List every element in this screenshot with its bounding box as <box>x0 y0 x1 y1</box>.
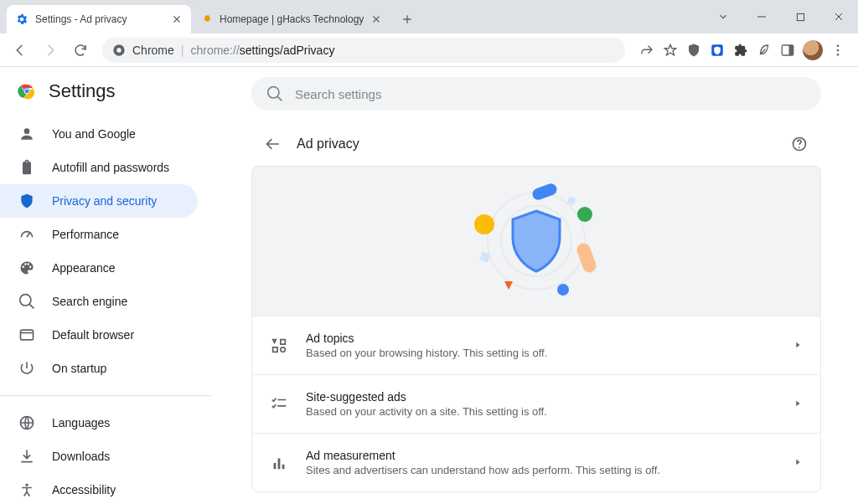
sidebar-item-autofill[interactable]: Autofill and passwords <box>0 151 198 184</box>
tab-title: Settings - Ad privacy <box>35 13 164 25</box>
settings-brand: Settings <box>0 67 214 117</box>
close-window-button[interactable] <box>819 3 858 30</box>
omnibox-url: chrome://settings/adPrivacy <box>190 44 334 57</box>
sidebar-item-label: Accessibility <box>52 483 116 496</box>
search-icon <box>18 293 35 310</box>
svg-rect-21 <box>575 241 597 274</box>
sidebar-item-label: Appearance <box>52 261 116 275</box>
bar-chart-icon <box>269 453 289 473</box>
search-icon <box>266 85 283 102</box>
row-desc: Sites and advertisers can understand how… <box>306 464 777 476</box>
row-ad-topics[interactable]: Ad topics Based on your browsing history… <box>252 316 820 374</box>
svg-rect-12 <box>21 330 34 340</box>
svg-point-6 <box>837 44 840 47</box>
help-icon[interactable] <box>791 136 808 152</box>
sidebar-item-label: On startup <box>52 362 106 375</box>
tab-title: Homepage | gHacks Technology <box>220 13 364 25</box>
sidebar-item-accessibility[interactable]: Accessibility <box>0 473 198 504</box>
row-desc: Based on your browsing history. This set… <box>306 347 777 359</box>
sidebar-item-label: Performance <box>52 228 119 241</box>
chevron-right-icon <box>793 399 804 409</box>
extension-icons <box>633 40 851 60</box>
sidebar-item-default-browser[interactable]: Default browser <box>0 318 198 352</box>
svg-point-22 <box>557 284 569 296</box>
power-icon <box>18 360 35 377</box>
row-desc: Based on your activity on a site. This s… <box>306 405 777 418</box>
sidebar-item-label: Default browser <box>52 328 134 342</box>
svg-point-16 <box>799 147 800 148</box>
row-title: Ad measurement <box>306 449 777 462</box>
browser-icon <box>18 327 35 343</box>
sidepanel-icon[interactable] <box>779 42 796 59</box>
sidebar-item-privacy[interactable]: Privacy and security <box>0 184 198 218</box>
chevron-right-icon <box>793 341 804 351</box>
sidebar-item-search-engine[interactable]: Search engine <box>0 285 198 318</box>
browser-toolbar: Chrome | chrome://settings/adPrivacy <box>0 33 858 67</box>
back-arrow-icon[interactable] <box>265 136 282 152</box>
sidebar-item-label: Privacy and security <box>52 194 157 208</box>
checklist-icon <box>269 394 289 414</box>
bitwarden-icon[interactable] <box>709 42 726 59</box>
sidebar-item-on-startup[interactable]: On startup <box>0 352 198 385</box>
new-tab-button[interactable] <box>395 8 419 31</box>
svg-point-26 <box>281 347 286 352</box>
shield-icon <box>18 193 35 209</box>
omnibox-prefix: Chrome <box>132 44 174 57</box>
window-titlebar: Settings - Ad privacy Homepage | gHacks … <box>0 0 858 33</box>
profile-avatar[interactable] <box>803 40 823 60</box>
chrome-logo-icon <box>17 81 37 101</box>
row-site-suggested-ads[interactable]: Site-suggested ads Based on your activit… <box>252 374 820 433</box>
sidebar-item-you-and-google[interactable]: You and Google <box>0 117 198 151</box>
sidebar-item-label: Search engine <box>52 295 127 308</box>
sidebar-item-performance[interactable]: Performance <box>0 218 198 251</box>
reload-button[interactable] <box>67 37 94 64</box>
globe-icon <box>18 414 35 431</box>
svg-rect-0 <box>797 13 804 20</box>
share-icon[interactable] <box>638 42 655 59</box>
back-button[interactable] <box>7 37 34 64</box>
sidebar-item-downloads[interactable]: Downloads <box>0 440 198 473</box>
svg-point-2 <box>116 48 121 52</box>
chevron-right-icon <box>793 458 804 468</box>
palette-icon <box>18 260 35 276</box>
bookmark-icon[interactable] <box>662 42 679 59</box>
row-title: Site-suggested ads <box>306 390 777 404</box>
browser-tab-ghacks[interactable]: Homepage | gHacks Technology <box>191 5 390 33</box>
gear-icon <box>15 13 28 26</box>
browser-tab-settings[interactable]: Settings - Ad privacy <box>7 5 191 33</box>
hero-illustration <box>251 166 821 316</box>
close-icon[interactable] <box>171 13 183 25</box>
page-title: Ad privacy <box>297 136 776 152</box>
sidebar-item-appearance[interactable]: Appearance <box>0 251 198 285</box>
clipboard-icon <box>18 159 35 176</box>
page-header: Ad privacy <box>251 127 821 161</box>
close-icon[interactable] <box>370 13 382 25</box>
svg-point-24 <box>474 214 494 234</box>
shield-extension-icon[interactable] <box>685 42 702 59</box>
window-controls <box>704 0 858 33</box>
person-icon <box>18 126 35 142</box>
settings-main: Search settings Ad privacy <box>214 67 858 504</box>
row-ad-measurement[interactable]: Ad measurement Sites and advertisers can… <box>252 433 820 491</box>
maximize-button[interactable] <box>781 3 819 30</box>
svg-point-14 <box>25 484 28 486</box>
sidebar-item-languages[interactable]: Languages <box>0 406 198 440</box>
sidebar-divider <box>0 395 211 396</box>
brand-text: Settings <box>49 80 116 102</box>
puzzle-icon[interactable] <box>732 42 749 59</box>
shapes-icon <box>269 336 289 356</box>
chevron-down-icon[interactable] <box>704 3 742 30</box>
forward-button[interactable] <box>37 37 64 64</box>
kebab-menu-icon[interactable] <box>830 42 846 59</box>
speedometer-icon <box>18 226 35 243</box>
sidebar-item-label: Downloads <box>52 450 110 463</box>
minimize-button[interactable] <box>742 3 781 30</box>
svg-rect-19 <box>531 182 559 201</box>
flame-icon <box>199 13 213 26</box>
row-title: Ad topics <box>306 332 777 345</box>
svg-point-8 <box>837 53 840 55</box>
address-bar[interactable]: Chrome | chrome://settings/adPrivacy <box>102 38 625 63</box>
leaf-icon[interactable] <box>756 42 773 59</box>
search-settings-input[interactable]: Search settings <box>251 77 821 111</box>
search-placeholder: Search settings <box>295 87 381 101</box>
